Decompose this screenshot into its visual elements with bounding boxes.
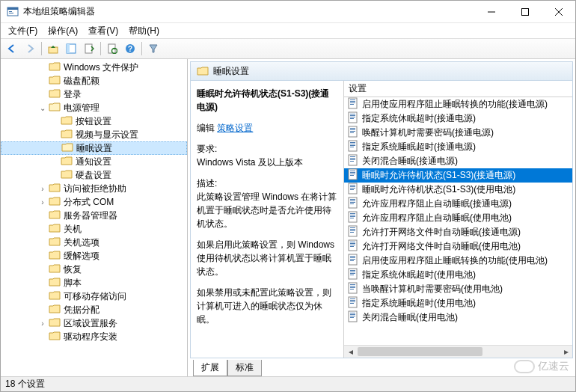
menu-view[interactable]: 查看(V): [84, 23, 123, 39]
list-item[interactable]: 允许打开网络文件时自动睡眠(接通电源): [344, 225, 572, 239]
scrollbar-thumb[interactable]: [358, 347, 482, 356]
list-item[interactable]: 允许应用程序阻止自动睡眠(使用电池): [344, 211, 572, 225]
tree-pane[interactable]: Windows 文件保护磁盘配额登录⌄电源管理按钮设置视频与显示设置睡眠设置通知…: [1, 59, 188, 376]
tree-item-label: 关机选项: [64, 236, 99, 249]
close-button[interactable]: [542, 1, 575, 22]
menu-help[interactable]: 帮助(H): [124, 23, 164, 39]
funnel-icon: [148, 43, 159, 54]
svg-rect-22: [350, 114, 355, 114]
menu-action[interactable]: 操作(A): [43, 23, 82, 39]
svg-rect-27: [350, 128, 355, 129]
up-button[interactable]: [45, 40, 61, 57]
window-controls: [474, 1, 575, 22]
tree-item[interactable]: 硬盘设置: [1, 168, 187, 182]
tree-item-label: 恢复: [64, 263, 82, 276]
list-item[interactable]: 指定系统睡眠超时(使用电池): [344, 296, 572, 310]
tree-item-label: 缓解选项: [64, 250, 99, 263]
tree-item[interactable]: ›分布式 COM: [1, 195, 187, 209]
tree-item[interactable]: 磁盘配额: [1, 74, 187, 88]
tab-extended[interactable]: 扩展: [193, 360, 227, 376]
tree-item[interactable]: 登录: [1, 88, 187, 101]
svg-rect-40: [350, 161, 354, 162]
list-item[interactable]: 睡眠时允许待机状态(S1-S3)(接通电源): [344, 168, 572, 183]
tree-item[interactable]: 服务器管理器: [1, 209, 187, 222]
description-para-3: 如果禁用或未配置此策略设置，则计算机可进入的睡眠状态仅为休眠。: [197, 286, 337, 326]
content-pane: 睡眠设置 睡眠时允许待机状态(S1-S3)(接通电源) 编辑 策略设置 要求: …: [188, 59, 575, 376]
tree-item-label: 凭据分配: [64, 304, 99, 316]
settings-list[interactable]: 启用使应用程序阻止睡眠转换的功能(接通电源)指定系统休眠超时(接通电源)唤醒计算…: [344, 97, 572, 345]
list-item[interactable]: 指定系统休眠超时(接通电源): [344, 111, 572, 126]
tree-item[interactable]: 关机选项: [1, 236, 187, 249]
tree-item-label: 视频与显示设置: [76, 129, 138, 141]
folder-icon: [61, 128, 76, 142]
scroll-left-icon[interactable]: ◂: [344, 346, 357, 358]
expand-icon[interactable]: ›: [37, 319, 49, 328]
tree-item[interactable]: 通知设置: [1, 155, 187, 168]
tab-standard[interactable]: 标准: [227, 360, 262, 376]
menu-file[interactable]: 文件(F): [4, 23, 42, 39]
expand-icon[interactable]: ›: [37, 198, 49, 206]
column-header-setting[interactable]: 设置: [344, 81, 572, 97]
help-button[interactable]: ?: [122, 40, 138, 57]
list-item-label: 允许打开网络文件时自动睡眠(使用电池): [362, 240, 521, 253]
refresh-button[interactable]: [104, 40, 120, 57]
collapse-icon[interactable]: ⌄: [37, 104, 49, 112]
tree-item[interactable]: 缓解选项: [1, 249, 187, 263]
tree-item-label: 硬盘设置: [76, 169, 111, 182]
tree-item-label: 电源管理: [64, 102, 99, 114]
list-item[interactable]: 睡眠时允许待机状态(S1-S3)(使用电池): [344, 183, 572, 197]
list-item[interactable]: 当唤醒计算机时需要密码(使用电池): [344, 282, 572, 296]
list-item[interactable]: 启用使应用程序阻止睡眠转换的功能(使用电池): [344, 254, 572, 268]
svg-rect-32: [350, 142, 355, 143]
edit-policy-link[interactable]: 策略设置: [217, 123, 253, 133]
tree-item[interactable]: ›访问被拒绝协助: [1, 182, 187, 195]
list-item-label: 指定系统休眠超时(接通电源): [362, 112, 476, 125]
tree-item[interactable]: ⌄电源管理: [1, 101, 187, 114]
description-para-1: 此策略设置管理 Windows 在将计算机置于睡眠状态时是否允许使用待机状态。: [197, 192, 337, 229]
list-item[interactable]: 允许应用程序阻止自动睡眠(接通电源): [344, 197, 572, 211]
svg-rect-70: [350, 246, 354, 247]
export-list-button[interactable]: [81, 40, 97, 57]
filter-button[interactable]: [145, 40, 162, 57]
folder-icon: [61, 155, 76, 169]
tree-item[interactable]: 按钮设置: [1, 114, 187, 128]
list-item[interactable]: 允许打开网络文件时自动睡眠(使用电池): [344, 239, 572, 254]
list-item[interactable]: 关闭混合睡眠(使用电池): [344, 310, 572, 325]
tree-item[interactable]: 可移动存储访问: [1, 290, 187, 303]
tree-item[interactable]: 恢复: [1, 263, 187, 276]
svg-rect-30: [350, 132, 354, 133]
list-item[interactable]: 指定系统睡眠超时(接通电源): [344, 140, 572, 154]
folder-icon: [61, 114, 76, 129]
tree-item[interactable]: 关机: [1, 222, 187, 236]
maximize-button[interactable]: [508, 1, 542, 22]
list-item[interactable]: 启用使应用程序阻止睡眠转换的功能(接通电源): [344, 97, 572, 111]
tree-item[interactable]: 脚本: [1, 276, 187, 290]
minimize-button[interactable]: [474, 1, 508, 22]
tree-item-label: 服务器管理器: [64, 209, 117, 222]
scroll-right-icon[interactable]: ▸: [560, 346, 572, 358]
list-item[interactable]: 指定系统休眠超时(使用电池): [344, 268, 572, 282]
content-body: 睡眠时允许待机状态(S1-S3)(接通电源) 编辑 策略设置 要求: Windo…: [190, 81, 573, 358]
requirements-value: Windows Vista 及以上版本: [197, 157, 303, 168]
expand-icon[interactable]: ›: [37, 185, 49, 193]
tree-item[interactable]: 视频与显示设置: [1, 128, 187, 141]
tree-item[interactable]: 凭据分配: [1, 303, 187, 316]
list-item[interactable]: 关闭混合睡眠(接通电源): [344, 154, 572, 168]
nav-forward-button[interactable]: [22, 40, 38, 57]
list-item-label: 关闭混合睡眠(使用电池): [362, 311, 458, 324]
tree-item[interactable]: Windows 文件保护: [1, 61, 187, 74]
svg-rect-20: [350, 104, 354, 105]
list-item[interactable]: 唤醒计算机时需要密码(接通电源): [344, 126, 572, 140]
show-hide-tree-button[interactable]: [63, 40, 79, 57]
tree-item[interactable]: 睡眠设置: [1, 141, 187, 155]
arrow-right-icon: [25, 43, 35, 54]
tree-item[interactable]: 驱动程序安装: [1, 330, 187, 343]
nav-back-button[interactable]: [4, 40, 20, 57]
policy-setting-icon: [347, 168, 359, 183]
tree-item[interactable]: ›区域设置服务: [1, 316, 187, 330]
svg-rect-37: [350, 156, 355, 157]
folder-icon: [49, 330, 64, 344]
folder-icon: [49, 263, 64, 277]
horizontal-scrollbar[interactable]: ◂ ▸: [344, 345, 572, 358]
toolbar-separator: [141, 42, 142, 55]
